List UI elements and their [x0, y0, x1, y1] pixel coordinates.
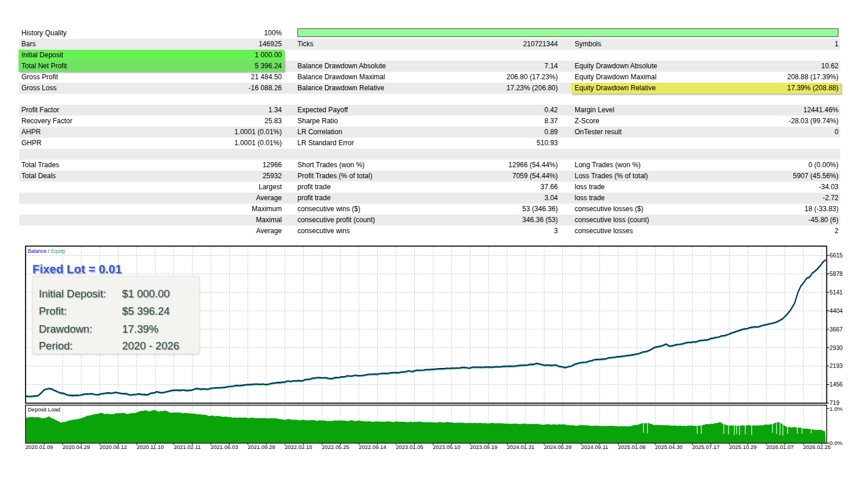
svg-text:2024.09.11: 2024.09.11 [581, 444, 608, 450]
svg-text:2930: 2930 [830, 345, 843, 351]
svg-text:2020.11.10: 2020.11.10 [137, 444, 164, 450]
svg-text:2021.02.11: 2021.02.11 [174, 444, 201, 450]
svg-text:2025.10.29: 2025.10.29 [729, 444, 757, 450]
svg-text:2024.01.31: 2024.01.31 [507, 444, 535, 450]
svg-text:2193: 2193 [830, 363, 843, 369]
svg-text:2023.09.19: 2023.09.19 [470, 444, 498, 450]
svg-text:2021.09.28: 2021.09.28 [248, 444, 275, 450]
svg-text:6615: 6615 [830, 252, 843, 259]
svg-text:2022.02.15: 2022.02.15 [285, 444, 312, 450]
svg-text:2026.02.25: 2026.02.25 [803, 444, 831, 450]
svg-text:Balance / Equity: Balance / Equity [28, 248, 66, 254]
svg-text:Deposit Load: Deposit Load [28, 406, 60, 413]
svg-text:1.0%: 1.0% [830, 406, 843, 412]
svg-text:2020.08.12: 2020.08.12 [100, 444, 127, 450]
svg-text:2022.05.25: 2022.05.25 [322, 444, 350, 450]
svg-text:3667: 3667 [830, 326, 843, 333]
svg-text:2025.01.08: 2025.01.08 [618, 444, 646, 450]
svg-text:1456: 1456 [830, 381, 843, 388]
svg-text:5878: 5878 [830, 271, 843, 277]
svg-text:2023.05.10: 2023.05.10 [433, 444, 461, 450]
svg-text:2025.04.30: 2025.04.30 [655, 444, 683, 450]
svg-text:2021.06.03: 2021.06.03 [211, 444, 238, 450]
svg-text:0.0%: 0.0% [830, 440, 843, 446]
svg-text:2022.09.14: 2022.09.14 [359, 444, 387, 450]
svg-text:5141: 5141 [830, 289, 843, 296]
svg-text:2020.01.09: 2020.01.09 [25, 444, 53, 450]
svg-text:2024.05.29: 2024.05.29 [544, 444, 572, 450]
svg-text:2020.04.29: 2020.04.29 [62, 444, 90, 450]
svg-text:4404: 4404 [830, 308, 843, 314]
svg-text:2026.01.07: 2026.01.07 [766, 444, 794, 450]
svg-text:2025.07.17: 2025.07.17 [692, 444, 720, 450]
svg-text:2023.01.05: 2023.01.05 [396, 444, 424, 450]
